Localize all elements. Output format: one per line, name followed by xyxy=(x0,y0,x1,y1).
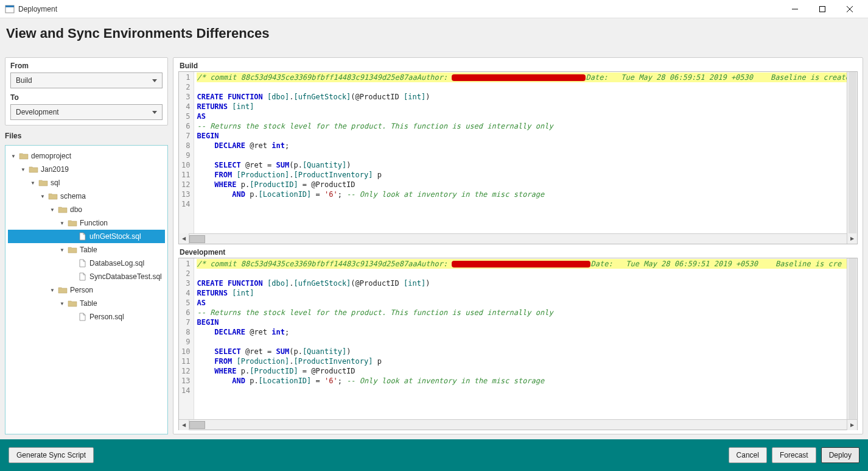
footer-bar: Generate Sync Script Cancel Forecast Dep… xyxy=(0,439,868,471)
tree-item-label: sql xyxy=(51,179,60,187)
tree-folder[interactable]: ▼Jan2019 xyxy=(8,163,165,176)
tree-item-label: Table xyxy=(80,299,97,308)
tree-folder[interactable]: ▼sql xyxy=(8,176,165,189)
hscroll-bottom[interactable]: ◀ ▶ xyxy=(179,419,857,430)
file-icon xyxy=(77,232,87,241)
tree-item-label: DatabaseLog.sql xyxy=(89,259,144,267)
tree-item-label: Jan2019 xyxy=(41,165,69,174)
tree-caret-icon[interactable] xyxy=(69,260,75,266)
file-tree: ▼demoproject▼Jan2019▼sql▼schema▼dbo▼Func… xyxy=(5,145,168,434)
hscroll-left-icon[interactable]: ◀ xyxy=(179,420,189,430)
tree-folder[interactable]: ▼Person xyxy=(8,283,165,297)
vscroll-top[interactable] xyxy=(847,72,857,233)
tree-caret-icon[interactable]: ▼ xyxy=(49,287,55,293)
tree-folder[interactable]: ▼schema xyxy=(8,189,165,203)
tree-caret-icon[interactable] xyxy=(69,274,75,280)
title-bar: Deployment xyxy=(0,0,868,18)
file-icon xyxy=(77,272,87,281)
tree-folder[interactable]: ▼demoproject xyxy=(8,149,165,163)
tree-caret-icon[interactable]: ▼ xyxy=(40,193,46,199)
file-icon xyxy=(77,259,87,267)
tree-item-label: demoproject xyxy=(31,152,71,160)
minimize-button[interactable] xyxy=(781,1,808,18)
to-dropdown[interactable]: Development xyxy=(10,104,163,120)
tree-item-label: Function xyxy=(80,219,108,227)
folder-icon xyxy=(68,299,77,308)
file-icon xyxy=(77,313,87,321)
svg-rect-1 xyxy=(5,5,14,7)
folder-icon xyxy=(68,219,77,227)
diff-panel: Build 1234567891011121314 /* commit 88c5… xyxy=(173,57,863,434)
tree-caret-icon[interactable]: ▼ xyxy=(59,247,65,253)
from-value: Build xyxy=(16,76,32,85)
tree-file[interactable]: SyncDatabaseTest.sql xyxy=(8,270,165,283)
folder-icon xyxy=(38,179,48,187)
folder-icon xyxy=(58,205,68,214)
tree-caret-icon[interactable] xyxy=(69,233,75,239)
tree-file[interactable]: Person.sql xyxy=(8,310,165,324)
window-title: Deployment xyxy=(18,5,781,13)
line-gutter-top: 1234567891011121314 xyxy=(179,72,194,233)
diff-bottom-section: Development 1234567891011121314 /* commi… xyxy=(178,248,858,431)
tree-item-label: schema xyxy=(60,192,86,200)
hscroll-top[interactable]: ◀ ▶ xyxy=(179,233,857,244)
tree-caret-icon[interactable]: ▼ xyxy=(20,166,26,172)
folder-icon xyxy=(19,152,29,160)
code-editor-top[interactable]: 1234567891011121314 /* commit 88c53d9435… xyxy=(178,71,858,244)
tree-item-label: dbo xyxy=(70,205,82,214)
hscroll-right-icon[interactable]: ▶ xyxy=(847,233,857,244)
close-button[interactable] xyxy=(836,1,863,18)
tree-item-label: Table xyxy=(80,246,97,254)
app-icon xyxy=(5,4,15,14)
deploy-button[interactable]: Deploy xyxy=(821,447,859,463)
to-label: To xyxy=(10,93,163,102)
page-header: View and Sync Environments Differences xyxy=(0,18,868,52)
tree-folder[interactable]: ▼Function xyxy=(8,216,165,230)
line-gutter-bottom: 1234567891011121314 xyxy=(179,258,194,420)
from-label: From xyxy=(10,62,163,70)
code-body-bottom: /* commit 88c53d9435ce3369bfbff14483c913… xyxy=(194,258,847,420)
folder-icon xyxy=(58,286,68,294)
tree-caret-icon[interactable]: ▼ xyxy=(59,300,65,306)
tree-folder[interactable]: ▼dbo xyxy=(8,203,165,216)
content-area: From Build To Development Files ▼demopro… xyxy=(0,52,868,439)
from-section: From Build To Development xyxy=(5,57,168,126)
tree-caret-icon[interactable]: ▼ xyxy=(10,153,16,159)
from-dropdown[interactable]: Build xyxy=(10,73,163,88)
generate-sync-script-button[interactable]: Generate Sync Script xyxy=(9,447,94,463)
folder-icon xyxy=(29,165,38,174)
tree-folder[interactable]: ▼Table xyxy=(8,297,165,310)
files-label: Files xyxy=(5,132,168,140)
tree-caret-icon[interactable] xyxy=(69,314,75,320)
page-title: View and Sync Environments Differences xyxy=(6,26,862,41)
tree-folder[interactable]: ▼Table xyxy=(8,243,165,257)
to-value: Development xyxy=(16,108,59,116)
tree-caret-icon[interactable]: ▼ xyxy=(59,220,65,226)
code-body-top: /* commit 88c53d9435ce3369bfbff14483c913… xyxy=(194,72,847,233)
tree-caret-icon[interactable]: ▼ xyxy=(49,207,55,213)
window-controls xyxy=(781,1,863,18)
maximize-button[interactable] xyxy=(808,1,836,18)
forecast-button[interactable]: Forecast xyxy=(772,447,816,463)
tree-item-label: ufnGetStock.sql xyxy=(89,232,141,241)
hscroll-left-icon[interactable]: ◀ xyxy=(179,233,189,244)
tree-file[interactable]: ufnGetStock.sql xyxy=(8,230,165,243)
tree-caret-icon[interactable]: ▼ xyxy=(30,180,36,186)
hscroll-right-icon[interactable]: ▶ xyxy=(847,420,857,430)
tree-item-label: Person xyxy=(70,286,93,294)
code-editor-bottom[interactable]: 1234567891011121314 /* commit 88c53d9435… xyxy=(178,258,858,431)
cancel-button[interactable]: Cancel xyxy=(729,447,767,463)
diff-bottom-title: Development xyxy=(178,248,858,257)
tree-file[interactable]: DatabaseLog.sql xyxy=(8,257,165,270)
diff-top-title: Build xyxy=(178,62,858,70)
tree-item-label: Person.sql xyxy=(89,313,124,321)
vscroll-bottom[interactable] xyxy=(847,258,857,420)
folder-icon xyxy=(68,246,77,254)
diff-top-section: Build 1234567891011121314 /* commit 88c5… xyxy=(178,62,858,244)
tree-item-label: SyncDatabaseTest.sql xyxy=(89,272,162,281)
folder-icon xyxy=(48,192,58,200)
left-panel: From Build To Development Files ▼demopro… xyxy=(5,57,168,434)
svg-rect-3 xyxy=(819,6,825,12)
